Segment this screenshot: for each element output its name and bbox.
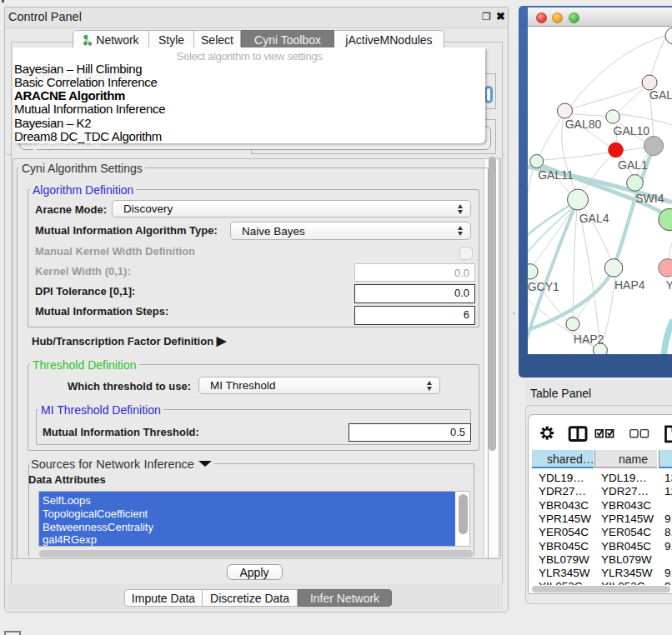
svg-text:Y: Y (666, 278, 672, 292)
svg-text:GAL2: GAL2 (649, 88, 672, 102)
svg-text:GAL80: GAL80 (565, 118, 602, 131)
svg-text:GCY1: GCY1 (528, 280, 559, 293)
svg-text:GAL11: GAL11 (538, 168, 574, 182)
svg-text:HAP2: HAP2 (574, 332, 604, 346)
svg-text:GAL1: GAL1 (618, 158, 648, 172)
svg-text:HAP4: HAP4 (614, 278, 645, 292)
svg-text:GAL10: GAL10 (614, 124, 650, 138)
svg-text:SWI4: SWI4 (635, 192, 664, 205)
svg-text:GAL4: GAL4 (579, 212, 609, 225)
